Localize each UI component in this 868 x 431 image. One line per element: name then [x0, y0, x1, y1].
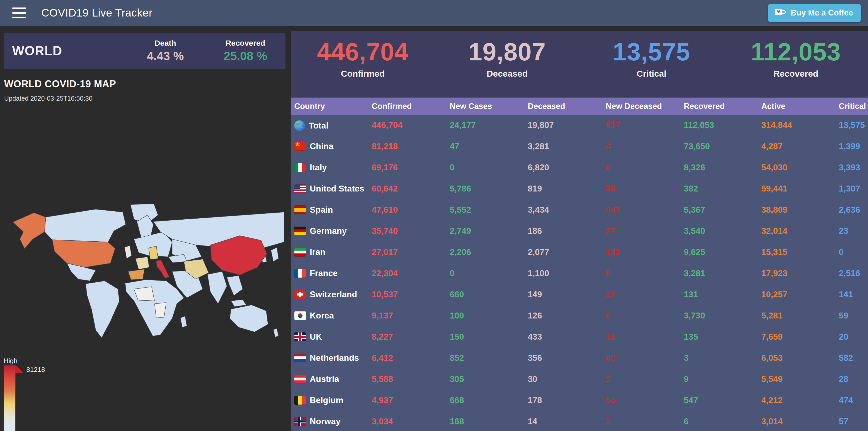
cell-confirmed: 9,137 [372, 311, 450, 321]
table-row[interactable]: Korea 9,137 100 126 6 3,730 5,281 59 [291, 305, 868, 327]
cell-active: 54,030 [761, 163, 839, 172]
cell-active: 4,287 [761, 141, 839, 151]
cell-active: 5,549 [761, 374, 839, 384]
cell-confirmed: 4,937 [372, 395, 450, 405]
cell-critical: 23 [839, 226, 868, 236]
table-body: Total 446,704 24,177 19,807 917 112,053 … [291, 115, 868, 431]
cell-active: 17,923 [761, 268, 839, 278]
cell-critical: 20 [839, 332, 868, 342]
table-row[interactable]: Spain 47,610 5,552 3,434 443 5,367 38,80… [291, 200, 868, 221]
map-region-uk[interactable] [125, 246, 131, 259]
cell-recovered: 135 [684, 332, 761, 342]
legend-high-value: 81218 [26, 366, 45, 374]
legend-high-label: High [4, 357, 17, 365]
cell-deceased: 14 [528, 417, 606, 426]
cell-deceased: 126 [528, 311, 606, 321]
map-region-alaska[interactable] [13, 213, 45, 248]
cell-critical: 3,393 [839, 163, 868, 172]
cell-critical: 57 [839, 417, 868, 426]
cell-deceased: 30 [528, 374, 606, 384]
world-map[interactable] [7, 204, 284, 342]
cell-confirmed: 10,537 [372, 290, 450, 299]
cell-new-cases: 24,177 [450, 120, 528, 130]
cell-new-cases: 668 [450, 395, 528, 405]
map-region-france[interactable] [135, 257, 149, 269]
map-region-japan [271, 247, 279, 261]
column-header-confirmed[interactable]: Confirmed [372, 102, 450, 111]
column-header-deceased[interactable]: Deceased [528, 102, 606, 111]
switzerland-flag-icon [294, 290, 306, 299]
cell-active: 59,441 [761, 184, 839, 194]
table-row[interactable]: Switzerland 10,537 660 149 27 131 10,257… [291, 285, 868, 305]
app-header: COVID19 Live Tracker Buy Me a Coffee [0, 0, 868, 26]
cell-active: 38,809 [761, 205, 839, 215]
cell-new-deceased: 80 [606, 353, 684, 363]
column-header-new-deceased[interactable]: New Deceased [606, 102, 684, 111]
cell-new-cases: 2,206 [450, 247, 528, 257]
table-row[interactable]: Italy 69,176 0 6,820 0 8,326 54,030 3,39… [291, 158, 868, 178]
legend-high-triangle-icon [16, 365, 23, 373]
stat-confirmed-label: Confirmed [291, 69, 435, 79]
cell-critical: 28 [839, 374, 868, 384]
cell-new-cases: 305 [450, 374, 528, 384]
cell-active: 7,659 [761, 332, 839, 342]
column-header-country[interactable]: Country [294, 102, 372, 111]
cell-deceased: 178 [528, 395, 606, 405]
cell-country-name: Italy [310, 163, 327, 172]
table-row[interactable]: Germany 35,740 2,749 186 27 3,540 32,014… [291, 221, 868, 242]
column-header-critical[interactable]: Critical [839, 102, 868, 111]
map-region-south-america [86, 281, 119, 338]
cell-confirmed: 6,412 [372, 353, 450, 363]
table-row[interactable]: Norway 3,034 168 14 2 6 3,014 57 [291, 411, 868, 431]
cell-country-name: France [310, 268, 338, 278]
table-row[interactable]: Iran 27,017 2,206 2,077 143 9,625 15,315… [291, 242, 868, 263]
cell-new-deceased: 0 [606, 163, 684, 172]
table-row[interactable]: Austria 5,588 305 30 2 9 5,549 28 [291, 369, 868, 390]
cell-critical: 59 [839, 311, 868, 321]
stat-recovered: 112,053 Recovered [723, 38, 868, 98]
cell-confirmed: 47,610 [372, 205, 450, 215]
map-region-united-states[interactable] [52, 240, 115, 267]
stat-confirmed: 446,704 Confirmed [291, 38, 435, 98]
table-row[interactable]: UK 8,227 150 433 11 135 7,659 20 [291, 327, 868, 348]
table-row[interactable]: United States 60,642 5,786 819 39 382 59… [291, 178, 868, 200]
cell-country-name: Netherlands [310, 353, 359, 363]
stat-critical-value: 13,575 [580, 38, 724, 66]
world-death-stat: Death 4.43 % [125, 39, 206, 63]
cell-confirmed: 35,740 [372, 226, 450, 236]
cell-recovered: 5,367 [684, 205, 761, 215]
buy-me-a-coffee-button[interactable]: Buy Me a Coffee [768, 4, 861, 22]
map-region-italy[interactable] [156, 260, 169, 278]
cell-new-deceased: 443 [606, 205, 684, 215]
cell-country-name: Total [309, 121, 328, 131]
column-header-recovered[interactable]: Recovered [684, 102, 761, 111]
hamburger-menu-icon[interactable] [12, 7, 26, 18]
map-region-germany[interactable] [149, 246, 158, 259]
cell-critical: 141 [839, 290, 868, 299]
cell-recovered: 9 [684, 374, 761, 384]
cell-new-deceased: 0 [606, 268, 684, 278]
column-header-new-cases[interactable]: New Cases [450, 102, 528, 111]
stat-recovered-label: Recovered [723, 69, 868, 79]
table-row[interactable]: Netherlands 6,412 852 356 80 3 6,053 582 [291, 348, 868, 369]
cell-country-name: Norway [310, 417, 340, 426]
iran-flag-icon [294, 248, 306, 257]
cell-new-cases: 852 [450, 353, 528, 363]
column-header-active[interactable]: Active [761, 102, 839, 111]
cell-recovered: 9,625 [684, 247, 761, 257]
cell-critical: 474 [839, 395, 868, 405]
cell-critical: 1,399 [839, 141, 868, 151]
cell-critical: 1,307 [839, 184, 868, 194]
cell-new-deceased: 39 [606, 184, 684, 194]
table-row[interactable]: Belgium 4,937 668 178 56 547 4,212 474 [291, 390, 868, 411]
map-region-spain[interactable] [128, 269, 145, 280]
cell-deceased: 356 [528, 353, 606, 363]
stat-recovered-value: 112,053 [723, 38, 868, 66]
table-row[interactable]: China 81,218 47 3,281 4 73,650 4,287 1,3… [291, 136, 868, 158]
table-header-row: Country Confirmed New Cases Deceased New… [291, 98, 868, 115]
map-title: WORLD COVID-19 MAP [4, 78, 291, 90]
recovered-label: Recovered [206, 39, 285, 47]
table-row[interactable]: Total 446,704 24,177 19,807 917 112,053 … [291, 115, 868, 136]
table-row[interactable]: France 22,304 0 1,100 0 3,281 17,923 2,5… [291, 263, 868, 285]
cell-deceased: 19,807 [528, 120, 606, 130]
